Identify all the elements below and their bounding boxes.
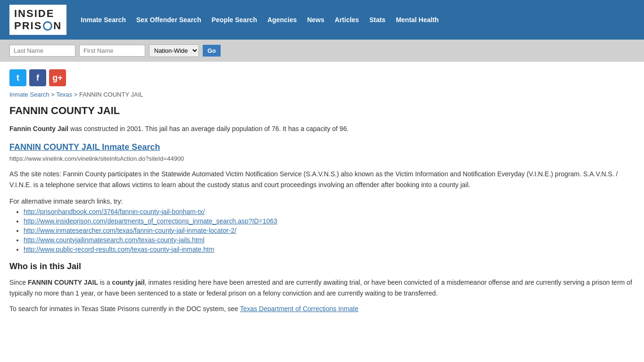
intro-text: was constructed in 2001. This jail has a… [68, 125, 348, 132]
facebook-button[interactable]: f [29, 69, 46, 86]
page-title: FANNIN COUNTY JAIL [9, 105, 635, 117]
breadcrumb-home[interactable]: Inmate Search [9, 91, 50, 98]
nav-item-inmate-search[interactable]: Inmate Search [81, 16, 126, 24]
alt-link[interactable]: http://www.insideprison.com/departments_… [24, 217, 277, 225]
googleplus-button[interactable]: g+ [49, 69, 66, 86]
facebook-icon: f [36, 73, 39, 83]
breadcrumb-sep2: > [74, 91, 79, 98]
who-bold2: county jail [112, 279, 145, 286]
who-bold1: FANNIN COUNTY JAIL [28, 279, 98, 286]
alt-links-list: http://prisonhandbook.com/3764/fannin-co… [9, 208, 635, 253]
breadcrumb-current: FANNIN COUNTY JAIL [79, 91, 143, 98]
list-item: http://www.public-record-results.com/tex… [24, 246, 635, 253]
logo-prison-letters: PRIS [14, 20, 42, 32]
first-name-input[interactable] [79, 45, 145, 57]
header: INSIDE PRISN Inmate SearchSex Offender S… [0, 0, 644, 40]
vine-description: AS the site notes: Fannin County partici… [9, 169, 635, 190]
alt-link[interactable]: http://prisonhandbook.com/3764/fannin-co… [24, 208, 205, 215]
list-item: http://www.insideprison.com/departments_… [24, 217, 635, 225]
twitter-button[interactable]: t [9, 69, 26, 86]
search-bar: Nation-WideAlabamaAlaskaArizonaArkansasC… [0, 40, 644, 62]
alt-link[interactable]: http://www.countyjailinmatesearch.com/te… [24, 236, 205, 244]
list-item: http://www.countyjailinmatesearch.com/te… [24, 236, 635, 244]
jail-name-bold: Fannin County Jail [9, 125, 68, 132]
doc-text: To search for inmates in Texas State Pri… [9, 304, 635, 314]
go-button[interactable]: Go [203, 45, 221, 57]
doc-text-prefix: To search for inmates in Texas State Pri… [9, 305, 240, 313]
breadcrumb-sep1: > [51, 91, 56, 98]
inmate-search-url-display: https://www.vinelink.com/vinelink/siteIn… [9, 155, 635, 162]
nav-item-articles[interactable]: Articles [335, 16, 359, 24]
breadcrumb-state[interactable]: Texas [56, 91, 72, 98]
nav-item-people-search[interactable]: People Search [212, 16, 257, 24]
who-section-title: Who is in this Jail [9, 262, 635, 272]
last-name-input[interactable] [9, 45, 75, 57]
logo[interactable]: INSIDE PRISN [9, 5, 66, 35]
inmate-search-link[interactable]: FANNIN COUNTY JAIL Inmate Search [9, 142, 635, 152]
who-text-part2: is a [98, 279, 112, 286]
logo-o-icon [43, 21, 52, 31]
alt-link[interactable]: http://www.inmatesearcher.com/texas/fann… [24, 227, 236, 234]
nav-item-agencies[interactable]: Agencies [267, 16, 297, 24]
who-text-part1: Since [9, 279, 28, 286]
twitter-icon: t [17, 73, 19, 83]
nav-item-stats[interactable]: Stats [369, 16, 385, 24]
doc-link[interactable]: Texas Department of Corrections Inmate [240, 305, 358, 313]
alt-links-intro: For alternative inmate search links, try… [9, 197, 635, 205]
list-item: http://www.inmatesearcher.com/texas/fann… [24, 227, 635, 234]
social-icons: t f g+ [0, 62, 644, 91]
alt-link[interactable]: http://www.public-record-results.com/tex… [24, 246, 215, 253]
logo-prison-text: PRISN [14, 20, 62, 32]
nav-item-mental-health[interactable]: Mental Health [396, 16, 439, 24]
googleplus-icon: g+ [52, 73, 63, 83]
state-dropdown[interactable]: Nation-WideAlabamaAlaskaArizonaArkansasC… [149, 44, 199, 57]
nav-item-sex-offender-search[interactable]: Sex Offender Search [136, 16, 201, 24]
breadcrumb: Inmate Search > Texas > FANNIN COUNTY JA… [9, 91, 635, 98]
page-description: Fannin County Jail was constructed in 20… [9, 123, 635, 134]
logo-prison-n: N [53, 20, 62, 32]
who-description: Since FANNIN COUNTY JAIL is a county jai… [9, 277, 635, 299]
logo-inside-text: INSIDE [14, 8, 62, 20]
main-nav: Inmate SearchSex Offender SearchPeople S… [81, 16, 438, 24]
list-item: http://prisonhandbook.com/3764/fannin-co… [24, 208, 635, 215]
nav-item-news[interactable]: News [307, 16, 324, 24]
main-content: Inmate Search > Texas > FANNIN COUNTY JA… [0, 91, 644, 333]
